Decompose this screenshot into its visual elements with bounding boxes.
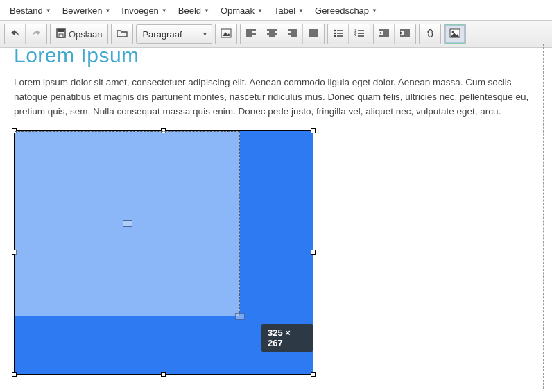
resize-handle-e[interactable] [311, 250, 316, 255]
menu-edit-label: Bewerken [62, 6, 103, 16]
selected-image[interactable]: 325 × 267 [14, 130, 313, 375]
format-dropdown-label: Paragraaf [142, 29, 182, 40]
align-center-icon [267, 29, 277, 40]
align-left-button[interactable] [241, 24, 261, 44]
chevron-down-icon: ▼ [202, 31, 208, 37]
menu-format[interactable]: Opmaak▼ [215, 3, 268, 19]
menu-insert[interactable]: Invoegen▼ [116, 3, 172, 19]
svg-point-5 [334, 29, 336, 31]
resize-ghost-outline [15, 131, 240, 316]
numbered-list-button[interactable]: 123 [349, 24, 370, 44]
align-justify-icon [309, 29, 318, 40]
align-right-button[interactable] [282, 24, 303, 44]
save-icon [56, 28, 66, 40]
chevron-down-icon: ▼ [105, 8, 110, 14]
save-button[interactable]: Opslaan [51, 24, 107, 44]
svg-marker-12 [400, 31, 402, 35]
redo-icon [31, 28, 42, 40]
svg-text:3: 3 [354, 34, 356, 37]
format-dropdown[interactable]: Paragraaf ▼ [136, 24, 212, 44]
chevron-down-icon: ▼ [204, 8, 209, 14]
menu-format-label: Opmaak [221, 6, 255, 16]
svg-marker-4 [223, 32, 230, 36]
align-justify-button[interactable] [303, 24, 324, 44]
image-icon [221, 28, 232, 40]
menu-edit[interactable]: Bewerken▼ [57, 3, 117, 19]
resize-handle-s[interactable] [161, 372, 166, 377]
undo-button[interactable] [5, 24, 26, 44]
menu-file-label: Bestand [10, 6, 43, 16]
save-button-label: Opslaan [69, 29, 102, 40]
menubar: Bestand▼ Bewerken▼ Invoegen▼ Beeld▼ Opma… [0, 0, 552, 20]
menu-view-label: Beeld [178, 6, 201, 16]
folder-open-icon [117, 28, 128, 40]
chevron-down-icon: ▼ [46, 8, 51, 14]
resize-handle-sw[interactable] [12, 372, 17, 377]
ruler-guide [543, 44, 544, 389]
insert-image-button[interactable] [216, 24, 236, 44]
svg-point-14 [452, 31, 454, 33]
svg-point-6 [334, 32, 336, 34]
document-properties-button[interactable] [112, 24, 132, 44]
chevron-down-icon: ▼ [372, 8, 377, 14]
chevron-down-icon: ▼ [162, 8, 167, 14]
resize-grip-icon [235, 313, 245, 320]
redo-button[interactable] [26, 24, 46, 44]
align-left-icon [246, 29, 256, 40]
editor-area[interactable]: Lorem Ipsum Lorem ipsum dolor sit amet, … [0, 44, 552, 389]
insert-link-button[interactable] [420, 24, 440, 44]
outdent-icon [379, 29, 389, 40]
svg-rect-1 [58, 29, 64, 32]
numbered-list-icon: 123 [354, 29, 364, 40]
document-paragraph[interactable]: Lorem ipsum dolor sit amet, consectetuer… [14, 76, 538, 119]
menu-insert-label: Invoegen [121, 6, 159, 16]
picture-icon [449, 28, 460, 40]
align-right-icon [288, 29, 297, 40]
menu-tools-label: Gereedschap [315, 6, 369, 16]
menu-tools[interactable]: Gereedschap▼ [309, 3, 383, 19]
outdent-button[interactable] [374, 24, 395, 44]
bullet-list-icon [334, 29, 343, 40]
menu-table[interactable]: Tabel▼ [268, 3, 309, 19]
bullet-list-button[interactable] [328, 24, 349, 44]
move-handle-icon [123, 220, 132, 227]
align-center-button[interactable] [261, 24, 282, 44]
svg-marker-11 [379, 31, 381, 35]
menu-view[interactable]: Beeld▼ [173, 3, 215, 19]
document-heading[interactable]: Lorem Ipsum [14, 44, 538, 67]
link-icon [425, 28, 435, 40]
insert-media-button[interactable] [445, 24, 465, 44]
undo-icon [10, 28, 21, 40]
indent-icon [400, 29, 410, 40]
indent-button[interactable] [395, 24, 415, 44]
resize-handle-ne[interactable] [311, 128, 316, 133]
menu-file[interactable]: Bestand▼ [4, 3, 57, 19]
menu-table-label: Tabel [274, 6, 295, 16]
resize-handle-se[interactable] [311, 372, 316, 377]
chevron-down-icon: ▼ [257, 8, 263, 14]
svg-point-7 [334, 35, 336, 37]
chevron-down-icon: ▼ [298, 8, 304, 14]
resize-dimensions-tooltip: 325 × 267 [261, 324, 313, 352]
